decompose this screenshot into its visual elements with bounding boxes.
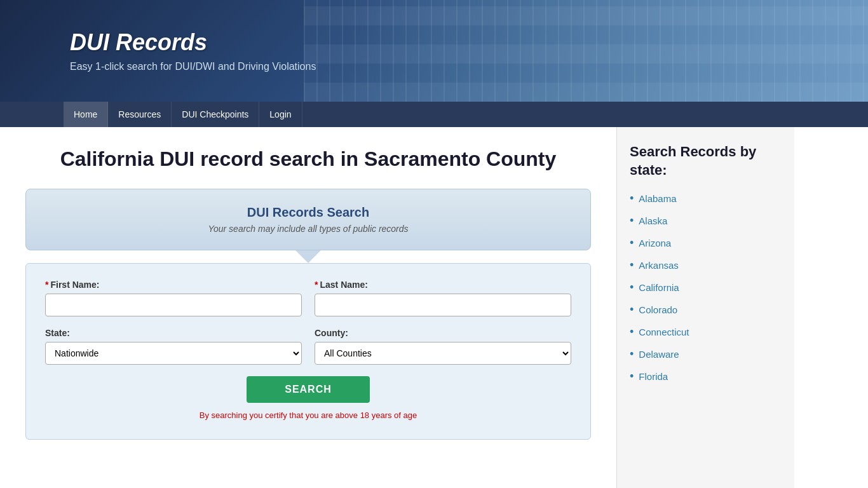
sidebar-state-arizona[interactable]: Arizona [639,238,671,248]
state-list: Alabama Alaska Arizona Arkansas Californ… [630,192,782,383]
search-card-subtitle: Your search may include all types of pub… [45,224,571,234]
sidebar-state-alabama[interactable]: Alabama [639,193,676,204]
name-row: *First Name: *Last Name: [45,280,571,316]
search-card-pointer [295,250,321,263]
nav-home[interactable]: Home [64,102,108,127]
site-title: DUI Records [70,29,316,56]
state-select[interactable]: Nationwide Alabama Alaska Arizona Arkans… [45,342,302,365]
first-name-input[interactable] [45,294,302,316]
county-group: County: All Counties Sacramento County L… [315,328,571,365]
first-name-label: *First Name: [45,280,302,290]
location-row: State: Nationwide Alabama Alaska Arizona… [45,328,571,365]
content-area: California DUI record search in Sacramen… [0,127,616,488]
list-item: Florida [630,370,782,383]
nav-login[interactable]: Login [259,102,302,127]
sidebar-state-connecticut[interactable]: Connecticut [639,327,689,337]
sidebar-state-florida[interactable]: Florida [639,371,668,382]
sidebar-title: Search Records by state: [630,143,782,179]
first-name-group: *First Name: [45,280,302,316]
last-name-input[interactable] [315,294,571,316]
list-item: Delaware [630,348,782,361]
sidebar-state-colorado[interactable]: Colorado [639,304,677,315]
state-label: State: [45,328,302,338]
list-item: Colorado [630,303,782,316]
site-subtitle: Easy 1-click search for DUI/DWI and Driv… [70,61,316,72]
search-disclaimer: By searching you certify that you are ab… [45,410,571,420]
county-label: County: [315,328,571,338]
county-select[interactable]: All Counties Sacramento County Los Angel… [315,342,571,365]
search-form: *First Name: *Last Name: State: Nationwi… [25,263,591,440]
site-header: DUI Records Easy 1-click search for DUI/… [0,0,868,102]
list-item: Connecticut [630,325,782,339]
search-button[interactable]: SEARCH [247,376,370,403]
last-name-required: * [315,280,318,290]
sidebar-state-alaska[interactable]: Alaska [639,215,667,226]
list-item: California [630,281,782,294]
page-title: California DUI record search in Sacramen… [25,146,591,173]
last-name-group: *Last Name: [315,280,571,316]
sidebar-state-california[interactable]: California [639,282,679,293]
first-name-required: * [45,280,48,290]
list-item: Arkansas [630,259,782,272]
last-name-label: *Last Name: [315,280,571,290]
sidebar: Search Records by state: Alabama Alaska … [616,127,794,488]
search-card-title: DUI Records Search [45,205,571,220]
nav-dui-checkpoints[interactable]: DUI Checkpoints [172,102,259,127]
state-group: State: Nationwide Alabama Alaska Arizona… [45,328,302,365]
nav-resources[interactable]: Resources [108,102,172,127]
sidebar-state-delaware[interactable]: Delaware [639,349,679,360]
search-btn-wrapper: SEARCH [45,376,571,403]
search-card: DUI Records Search Your search may inclu… [25,189,591,250]
list-item: Alaska [630,214,782,227]
list-item: Alabama [630,192,782,205]
main-nav: Home Resources DUI Checkpoints Login [0,102,868,127]
sidebar-state-arkansas[interactable]: Arkansas [639,260,679,271]
list-item: Arizona [630,236,782,250]
main-wrapper: California DUI record search in Sacramen… [0,127,868,488]
